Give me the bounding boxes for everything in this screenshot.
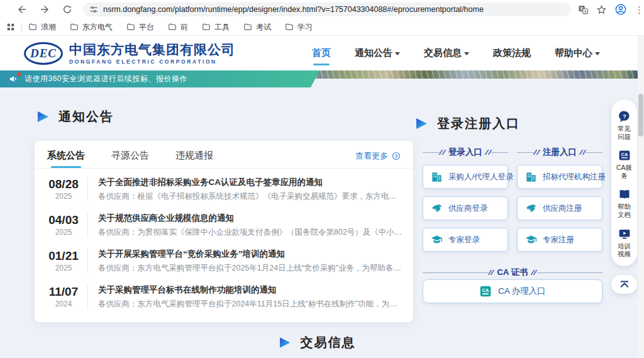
folder-icon (28, 23, 37, 31)
button-label: 招标代理机构注册 (543, 172, 606, 182)
button-label: 供应商登录 (448, 203, 488, 214)
supplier-register-button[interactable]: 供应商注册 (517, 196, 602, 220)
nav-trade-info[interactable]: 交易信息 (424, 43, 469, 63)
tab-violation-reports[interactable]: 违规通报 (175, 150, 213, 168)
nav-policies[interactable]: 政策法规 (493, 43, 531, 63)
building-icon (431, 171, 443, 183)
announcement-row[interactable]: 04/03 2025 关于规范供应商企业规模信息的通知 各供应商：为贯彻落实《保… (40, 207, 403, 243)
scrollbar-track[interactable] (638, 36, 644, 358)
tab-sourcing-announcements[interactable]: 寻源公告 (111, 150, 149, 168)
register-header-text: 注册入口 (543, 147, 577, 158)
announcement-date: 01/21 2025 (40, 249, 87, 272)
announcement-title[interactable]: 关于规范供应商企业规模信息的通知 (98, 213, 403, 224)
view-more-link[interactable]: 查看更多 (355, 150, 401, 168)
training-videos-button[interactable]: 培训视频 (611, 223, 637, 262)
bookmark-folder[interactable]: 学习 (285, 22, 313, 33)
nav-home[interactable]: 首页 (312, 43, 331, 63)
divider (87, 177, 88, 202)
ca-apply-button[interactable]: CA CA 办理入口 (423, 279, 602, 303)
button-label: 供应商注册 (543, 203, 582, 214)
divider (21, 23, 22, 31)
date-md: 04/03 (40, 213, 87, 228)
tab-system-announcements[interactable]: 系统公告 (47, 150, 85, 168)
nav-announcements[interactable]: 通知公告 (355, 43, 400, 63)
bookmark-folder[interactable]: 平台 (126, 22, 154, 33)
site-settings-icon[interactable] (89, 5, 98, 14)
bookmark-folder[interactable]: 考试 (243, 22, 271, 33)
svg-text:CA: CA (482, 288, 489, 293)
handshake-icon (525, 203, 537, 215)
bookmark-label: 工具 (214, 22, 230, 33)
question-icon: ? (618, 110, 631, 123)
bookmark-folder[interactable]: 前 (168, 22, 188, 33)
expert-login-button[interactable]: 专家登录 (423, 228, 508, 252)
svg-text:CA: CA (621, 152, 628, 157)
folder-icon (70, 23, 79, 31)
browser-notice-banner: 请使用360安全浏览器进行后续投标、报价操作 (0, 70, 319, 87)
bidding-agency-register-button[interactable]: 招标代理机构注册 (517, 165, 602, 189)
divider (87, 284, 88, 310)
announcement-title[interactable]: 关于全面推进非招标采购业务CA认证及电子签章应用的通知 (98, 177, 403, 188)
divider (87, 213, 88, 238)
scrollbar-thumb[interactable] (638, 94, 643, 137)
forward-icon[interactable] (39, 4, 50, 15)
folder-icon (202, 23, 211, 31)
folder-icon (243, 23, 252, 31)
divider (87, 249, 88, 274)
chevron-down-icon (464, 52, 469, 55)
apps-grid-icon[interactable] (6, 23, 15, 31)
folder-icon (285, 23, 294, 31)
ca-service-button[interactable]: CA CA服务 (611, 145, 637, 184)
announcements-card: 系统公告 寻源公告 违规通报 查看更多 08/28 2025 关于全面推进非招标… (35, 141, 413, 322)
url-bar[interactable]: nsrm.dongfang.com/platform/runtime/epp/d… (83, 3, 570, 16)
entry-buttons: 采购人/代理人登录 招标代理机构注册 供应商登录 供应商注册 专家登录 (423, 165, 602, 252)
announcement-row[interactable]: 01/21 2025 关于开展采购管理平台“竞价采购业务”培训的通知 各供应商：… (40, 243, 403, 279)
bookmark-folder[interactable]: 浪潮 (28, 22, 56, 33)
ca-badge-icon: CA (479, 285, 492, 298)
svg-text:?: ? (623, 113, 626, 120)
announcement-title[interactable]: 关于采购管理平台标书在线制作功能培训的通知 (98, 284, 403, 296)
profile-avatar-icon[interactable] (614, 3, 627, 16)
nav-label: 首页 (312, 47, 331, 59)
reload-icon[interactable] (62, 4, 73, 15)
handshake-icon (431, 203, 443, 215)
site-header: DEC 中国东方电气集团有限公司 DONGFANG ELECTRIC CORPO… (0, 36, 644, 70)
login-entry-header: 登录入口 (423, 147, 508, 158)
sidebar-item-label: 培训视频 (616, 242, 633, 258)
page: nsrm.dongfang.com/platform/runtime/epp/d… (0, 0, 644, 358)
ca-header-text: CA 证书 (497, 267, 528, 278)
announcement-row[interactable]: 11/07 2024 关于采购管理平台标书在线制作功能培训的通知 各供应商：东方… (40, 279, 403, 315)
section-title-text: 交易信息 (301, 334, 356, 351)
announcement-desc: 各供应商：为贯彻落实《保障中小企业款项支付条例》（国务院令第802号）及《中小企… (98, 227, 403, 238)
browser-toolbar: nsrm.dongfang.com/platform/runtime/epp/d… (0, 0, 644, 19)
button-label: 专家登录 (448, 235, 480, 245)
supplier-login-button[interactable]: 供应商登录 (423, 196, 508, 220)
nav-help-center[interactable]: 帮助中心 (555, 43, 600, 63)
url-text[interactable]: nsrm.dongfang.com/platform/runtime/epp/d… (103, 5, 484, 14)
view-more-label: 查看更多 (355, 150, 388, 162)
bookmark-folder[interactable]: 东方电气 (70, 22, 113, 33)
back-icon[interactable] (16, 4, 28, 15)
announcement-row[interactable]: 08/28 2025 关于全面推进非招标采购业务CA认证及电子签章应用的通知 各… (40, 171, 403, 207)
folder-icon (126, 23, 135, 31)
expert-register-button[interactable]: 专家注册 (517, 228, 602, 252)
purchaser-agent-login-button[interactable]: 采购人/代理人登录 (423, 165, 508, 189)
announcement-desc: 各供应商：根据《电子招标投标系统技术规范》《电子采购交易规范》要求，东方电气采购… (98, 191, 403, 202)
bookmark-folder[interactable]: 工具 (202, 22, 230, 33)
logo[interactable]: DEC 中国东方电气集团有限公司 DONGFANG ELECTRIC CORPO… (24, 42, 235, 65)
date-md: 11/07 (40, 285, 87, 299)
announcement-title[interactable]: 关于开展采购管理平台“竞价采购业务”培训的通知 (98, 249, 403, 260)
nav-label: 通知公告 (355, 47, 392, 59)
date-year: 2025 (40, 228, 87, 237)
announcement-list: 08/28 2025 关于全面推进非招标采购业务CA认证及电子签章应用的通知 各… (35, 169, 413, 315)
help-docs-button[interactable]: 帮助文档 (611, 184, 637, 223)
bookmark-label: 考试 (256, 22, 271, 33)
nav-label: 交易信息 (424, 47, 462, 59)
company-name-en: DONGFANG ELECTRIC CORPORATION (69, 59, 235, 65)
nav-label: 帮助中心 (555, 47, 592, 59)
back-to-top-button[interactable] (611, 275, 637, 294)
faq-button[interactable]: ? 常见问题 (611, 106, 637, 145)
browser-menu-icon[interactable]: ⋮ (635, 5, 644, 14)
translate-icon[interactable]: 文A (578, 4, 589, 15)
bookmark-star-icon[interactable] (596, 4, 607, 15)
